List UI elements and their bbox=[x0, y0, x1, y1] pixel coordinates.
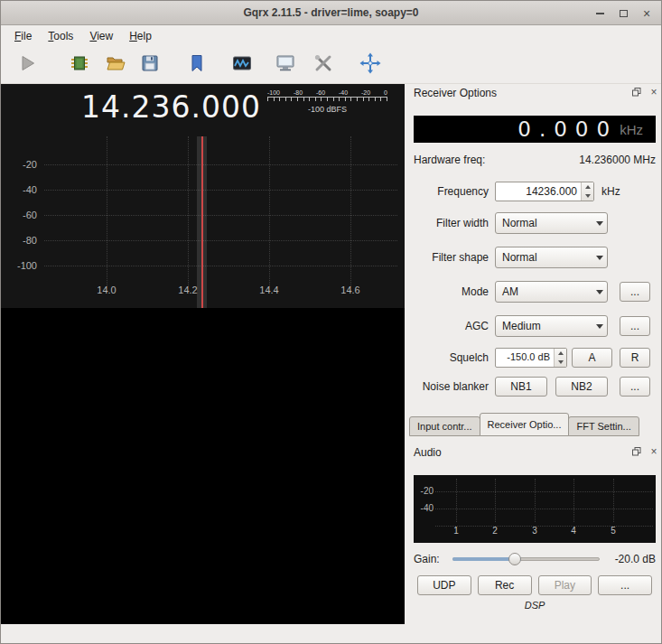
monitor-icon bbox=[275, 53, 296, 77]
nb2-button[interactable]: NB2 bbox=[555, 377, 608, 397]
spin-down-icon[interactable] bbox=[582, 191, 593, 201]
noise-blanker-options-button[interactable]: ... bbox=[620, 377, 650, 397]
nb1-button[interactable]: NB1 bbox=[495, 377, 547, 397]
float-dock-icon[interactable] bbox=[631, 446, 642, 457]
spin-buttons[interactable] bbox=[581, 182, 593, 201]
gridline bbox=[456, 479, 457, 522]
frequency-input[interactable]: 14236.000 bbox=[495, 182, 594, 201]
menu-file[interactable]: File bbox=[6, 27, 40, 45]
tab-receiver-options[interactable]: Receiver Optio... bbox=[480, 413, 570, 436]
spin-down-icon[interactable] bbox=[555, 358, 566, 367]
audio-options-button[interactable]: ... bbox=[598, 575, 652, 595]
gridline bbox=[435, 509, 653, 509]
window-title: Gqrx 2.11.5 - driver=lime, soapy=0 bbox=[1, 1, 661, 25]
rec-button[interactable]: Rec bbox=[478, 575, 532, 595]
agc-select[interactable]: Medium bbox=[495, 315, 608, 337]
waterfall[interactable] bbox=[1, 308, 405, 624]
squelch-auto-button[interactable]: A bbox=[572, 348, 612, 368]
audio-y-tick: -40 bbox=[415, 503, 434, 513]
gridline bbox=[107, 136, 107, 286]
filter-shape-label: Filter shape bbox=[414, 247, 489, 268]
gridline bbox=[495, 479, 496, 522]
window-controls: × bbox=[594, 1, 652, 25]
gain-value: -20.0 dB bbox=[615, 550, 656, 568]
crosshair-icon bbox=[359, 52, 381, 78]
spin-buttons[interactable] bbox=[554, 349, 566, 367]
right-dock-area: Receiver Options × 0.000 kHz Hardware fr… bbox=[406, 84, 662, 624]
mode-select[interactable]: AM bbox=[495, 281, 608, 303]
open-folder-icon bbox=[105, 52, 126, 78]
minimize-icon[interactable] bbox=[594, 8, 605, 19]
meter-tick-bar bbox=[267, 97, 387, 101]
hardware-freq-value: 14.236000 MHz bbox=[579, 149, 656, 171]
squelch-reset-button[interactable]: R bbox=[620, 348, 650, 368]
remote-control-button[interactable] bbox=[272, 51, 299, 79]
gridline bbox=[44, 240, 397, 241]
agc-label: AGC bbox=[414, 315, 489, 337]
gain-slider[interactable] bbox=[452, 550, 600, 568]
spectrum-grid[interactable] bbox=[44, 136, 397, 286]
save-settings-button[interactable] bbox=[136, 51, 163, 79]
gqrx-window: Gqrx 2.11.5 - driver=lime, soapy=0 × Fil… bbox=[0, 0, 662, 644]
mode-options-button[interactable]: ... bbox=[620, 282, 650, 302]
audio-dock-header: Audio × bbox=[406, 446, 662, 462]
signal-meter: -100 -80 -60 -40 -20 0 -100 dBFS bbox=[267, 89, 387, 114]
load-settings-button[interactable] bbox=[102, 51, 129, 79]
bookmarks-button[interactable] bbox=[183, 51, 210, 79]
chevron-down-icon bbox=[592, 324, 607, 329]
menu-help[interactable]: Help bbox=[121, 27, 160, 45]
chip-icon bbox=[69, 52, 90, 78]
io-config-button[interactable] bbox=[66, 51, 93, 79]
filter-width-label: Filter width bbox=[414, 212, 489, 234]
spin-up-icon[interactable] bbox=[555, 349, 566, 358]
center-tune-button[interactable] bbox=[357, 51, 384, 79]
crossed-tools-icon bbox=[313, 53, 333, 77]
offset-value[interactable]: 0.000 bbox=[517, 117, 618, 141]
agc-options-button[interactable]: ... bbox=[620, 316, 650, 336]
gridline bbox=[350, 136, 351, 286]
y-axis-tick: -80 bbox=[10, 235, 37, 246]
chevron-down-icon bbox=[592, 290, 607, 294]
chevron-down-icon bbox=[592, 256, 607, 260]
audio-y-tick: -20 bbox=[415, 486, 434, 496]
close-dock-icon[interactable]: × bbox=[648, 87, 659, 98]
tab-input-controls[interactable]: Input contr... bbox=[409, 416, 480, 436]
filter-shape-select[interactable]: Normal bbox=[495, 247, 608, 268]
gridline bbox=[535, 479, 536, 522]
udp-button[interactable]: UDP bbox=[417, 575, 471, 595]
y-axis-tick: -40 bbox=[10, 184, 37, 195]
menubar: File Tools View Help bbox=[1, 26, 661, 46]
floppy-disk-icon bbox=[140, 53, 160, 77]
filter-width-select[interactable]: Normal bbox=[495, 212, 608, 234]
offset-unit: kHz bbox=[620, 122, 643, 137]
squelch-label: Squelch bbox=[414, 347, 489, 369]
frequency-display[interactable]: 14.236.000 bbox=[1, 89, 261, 125]
audio-x-tick: 1 bbox=[447, 526, 465, 536]
maximize-icon[interactable] bbox=[618, 8, 629, 19]
close-dock-icon[interactable]: × bbox=[648, 446, 659, 457]
offset-lcd-display[interactable]: 0.000 kHz bbox=[414, 116, 656, 143]
iq-record-button[interactable] bbox=[228, 51, 256, 79]
meter-unit-label: -100 dBFS bbox=[267, 105, 387, 114]
float-dock-icon[interactable] bbox=[631, 87, 642, 98]
audio-x-tick: 4 bbox=[564, 526, 583, 536]
squelch-input[interactable]: -150.0 dB bbox=[495, 348, 567, 368]
filter-shape-row: Filter shape Normal bbox=[414, 247, 656, 268]
tab-fft-settings[interactable]: FFT Settin... bbox=[568, 416, 639, 436]
audio-x-tick: 2 bbox=[486, 526, 504, 536]
y-axis-tick: -20 bbox=[10, 159, 37, 170]
frequency-label: Frequency bbox=[414, 181, 489, 202]
menu-view[interactable]: View bbox=[81, 27, 121, 45]
menu-tools[interactable]: Tools bbox=[40, 27, 81, 45]
close-icon[interactable]: × bbox=[641, 8, 652, 19]
start-dsp-button[interactable] bbox=[14, 51, 41, 79]
slider-handle[interactable] bbox=[508, 553, 521, 565]
y-axis-tick: -60 bbox=[10, 210, 37, 220]
tools-button[interactable] bbox=[310, 51, 337, 79]
spectrum-panel[interactable]: 14.236.000 -100 -80 -60 -40 -20 0 -100 d… bbox=[1, 84, 405, 624]
gain-label: Gain: bbox=[414, 550, 440, 568]
tune-marker-line[interactable] bbox=[201, 136, 203, 308]
spin-up-icon[interactable] bbox=[582, 182, 593, 191]
chevron-down-icon bbox=[592, 221, 607, 226]
titlebar[interactable]: Gqrx 2.11.5 - driver=lime, soapy=0 × bbox=[1, 1, 661, 25]
